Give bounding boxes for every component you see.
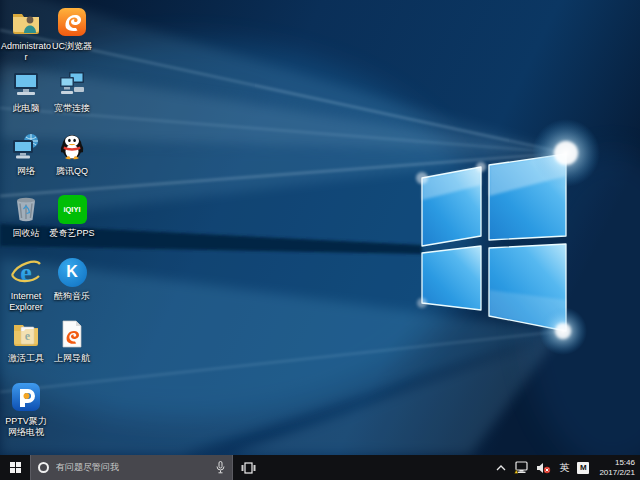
icon-label: 酷狗音乐 bbox=[54, 291, 90, 302]
desktop-icon-broadband[interactable]: 宽带连接 bbox=[46, 68, 98, 114]
desktop-icon-internet-explorer[interactable]: e Internet Explorer bbox=[0, 256, 52, 313]
clock-time: 15:46 bbox=[615, 458, 635, 468]
show-hidden-icons-chevron[interactable] bbox=[496, 464, 506, 472]
user-folder-icon bbox=[10, 6, 42, 38]
task-view-button[interactable] bbox=[233, 455, 263, 480]
uc-browser-icon bbox=[56, 6, 88, 38]
cortana-search-box[interactable]: 有问题尽管问我 bbox=[30, 455, 233, 480]
iqiyi-pps-icon: iQIYI bbox=[56, 193, 88, 225]
desktop-icon-recycle-bin[interactable]: 回收站 bbox=[0, 193, 52, 239]
internet-explorer-icon: e bbox=[10, 256, 42, 288]
icon-label: 腾讯QQ bbox=[56, 166, 88, 177]
desktop-icon-web-navigation[interactable]: 上网导航 bbox=[46, 318, 98, 364]
recycle-bin-icon bbox=[10, 193, 42, 225]
icon-label: 网络 bbox=[17, 166, 35, 177]
clock-date: 2017/2/21 bbox=[599, 468, 635, 478]
qq-penguin-icon bbox=[56, 131, 88, 163]
windows-logo-icon bbox=[10, 462, 21, 473]
desktop-icon-this-pc[interactable]: 此电脑 bbox=[0, 68, 52, 114]
kugou-music-icon: K bbox=[56, 256, 88, 288]
windows-desktop: Administrator UC浏览器 此电脑 bbox=[0, 0, 640, 480]
icon-label: UC浏览器 bbox=[52, 41, 92, 52]
desktop-icon-iqiyi[interactable]: iQIYI 爱奇艺PPS bbox=[46, 193, 98, 239]
computer-icon bbox=[10, 68, 42, 100]
desktop-icon-qq[interactable]: 腾讯QQ bbox=[46, 131, 98, 177]
icon-label: 此电脑 bbox=[13, 103, 40, 114]
icon-label: Internet Explorer bbox=[0, 291, 52, 313]
activation-tool-folder-icon: e bbox=[10, 318, 42, 350]
network-status-icon[interactable] bbox=[514, 461, 528, 474]
volume-muted-icon[interactable] bbox=[536, 462, 551, 474]
icon-label: 上网导航 bbox=[54, 353, 90, 364]
microphone-icon[interactable] bbox=[216, 461, 225, 474]
task-view-icon bbox=[241, 462, 256, 474]
taskbar-clock[interactable]: 15:46 2017/2/21 bbox=[597, 458, 635, 478]
desktop-icon-kugou[interactable]: K 酷狗音乐 bbox=[46, 256, 98, 302]
system-tray: 英 M 15:46 2017/2/21 bbox=[491, 455, 640, 480]
web-navigation-document-icon bbox=[56, 318, 88, 350]
icon-label: 宽带连接 bbox=[54, 103, 90, 114]
taskbar: 有问题尽管问我 bbox=[0, 455, 640, 480]
desktop-icon-administrator[interactable]: Administrator bbox=[0, 6, 52, 63]
ime-language-indicator[interactable]: 英 bbox=[559, 461, 569, 475]
icon-label: 爱奇艺PPS bbox=[49, 228, 94, 239]
desktop-icon-network[interactable]: 网络 bbox=[0, 131, 52, 177]
iqiyi-wordmark: iQIYI bbox=[63, 205, 80, 214]
desktop-icon-pptv[interactable]: PPTV聚力 网络电视 bbox=[0, 381, 52, 438]
network-icon bbox=[10, 131, 42, 163]
icon-label: 回收站 bbox=[13, 228, 40, 239]
desktop-icon-uc-browser[interactable]: UC浏览器 bbox=[46, 6, 98, 52]
desktop-icon-activation-tool[interactable]: e 激活工具 bbox=[0, 318, 52, 364]
start-button[interactable] bbox=[0, 455, 30, 480]
icon-label: 激活工具 bbox=[8, 353, 44, 364]
pptv-icon bbox=[10, 381, 42, 413]
icon-label: Administrator bbox=[0, 41, 52, 63]
kugou-k-glyph: K bbox=[66, 263, 78, 281]
cortana-icon bbox=[38, 462, 49, 473]
search-placeholder-text: 有问题尽管问我 bbox=[56, 461, 209, 474]
ime-mode-indicator[interactable]: M bbox=[577, 462, 589, 474]
broadband-connection-icon bbox=[56, 68, 88, 100]
icon-label: PPTV聚力 网络电视 bbox=[0, 416, 52, 438]
